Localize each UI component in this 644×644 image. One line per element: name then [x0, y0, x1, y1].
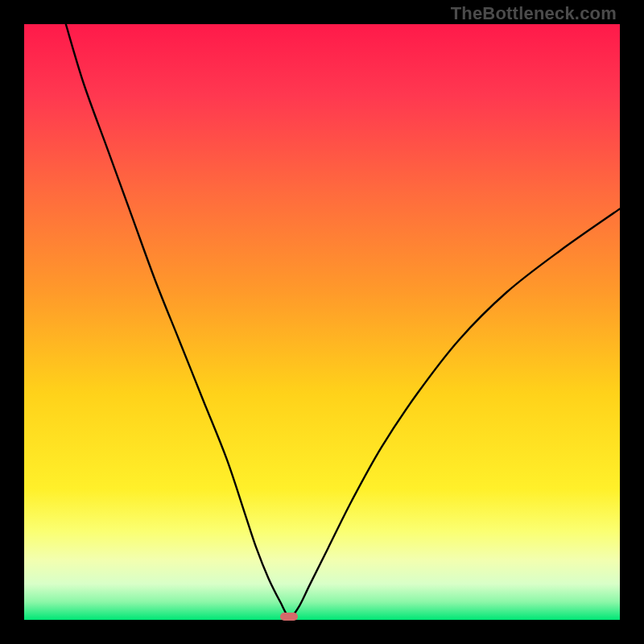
optimal-marker — [280, 613, 298, 621]
chart-frame: TheBottleneck.com — [0, 0, 644, 644]
plot-area — [24, 24, 620, 620]
chart-svg — [24, 24, 620, 620]
gradient-rect — [24, 24, 620, 620]
watermark-text: TheBottleneck.com — [451, 3, 617, 24]
